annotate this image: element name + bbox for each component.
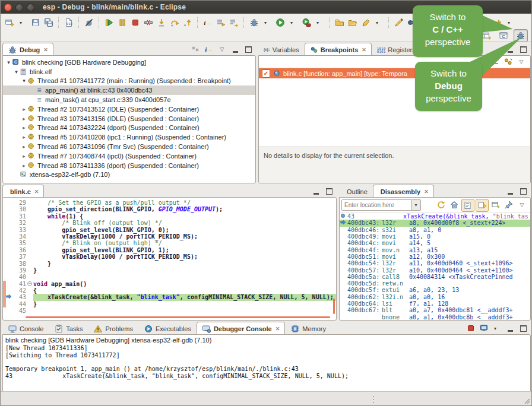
debug-icon[interactable] xyxy=(248,17,260,28)
code-line[interactable]: 40 xyxy=(3,274,336,280)
dropdown-arrow[interactable]: ▾ xyxy=(505,17,517,28)
remove-all-terminated-icon[interactable] xyxy=(190,43,202,55)
instruction-stepping-icon[interactable]: i→ xyxy=(203,43,215,55)
breakpoints-list[interactable]: ✓blink.c [function: app_main] [type: Tem… xyxy=(259,68,530,78)
debug-tree-item[interactable]: ≡app_main() at blink.c:43 0x400dbc43 xyxy=(3,85,255,95)
breakpoint-gutter[interactable] xyxy=(6,199,13,206)
expand-arrow-icon[interactable]: ▸ xyxy=(21,134,27,140)
sync-context-toggle-icon[interactable] xyxy=(476,199,489,212)
new-view-icon[interactable] xyxy=(490,199,502,211)
line-number[interactable]: 36 xyxy=(13,247,26,253)
display-console-icon[interactable] xyxy=(478,322,490,334)
line-number[interactable]: 30 xyxy=(13,206,26,212)
line-number[interactable]: 42 xyxy=(13,287,26,294)
expand-arrow-icon[interactable]: ▸ xyxy=(21,144,27,150)
line-number[interactable]: 33 xyxy=(13,227,26,233)
debug-tree-item[interactable]: ▸Thread #2 1073413512 (IDLE) (Suspended … xyxy=(3,104,255,114)
line-number[interactable]: 39 xyxy=(13,267,26,274)
instruction-pointer-icon[interactable] xyxy=(6,294,13,300)
last-edit-location-icon[interactable] xyxy=(393,17,405,28)
horizontal-scrollbar[interactable] xyxy=(26,316,330,318)
line-number[interactable]: 34 xyxy=(13,233,26,240)
maximize-button[interactable] xyxy=(27,4,34,11)
debug-tree[interactable]: ▾Cblink checking [GDB Hardware Debugging… xyxy=(3,56,255,179)
breakpoint-gutter[interactable] xyxy=(6,233,13,240)
cpp-perspective-icon[interactable]: C xyxy=(497,30,510,42)
breakpoint-gutter[interactable] xyxy=(6,281,13,287)
disassembly-row[interactable]: 400dbc5a:call80x40084314 <xTaskCreatePin… xyxy=(340,274,530,280)
show-debug-context-icon[interactable] xyxy=(215,17,227,28)
expand-arrow-icon[interactable]: ▸ xyxy=(21,163,27,169)
maximize-icon[interactable] xyxy=(323,185,335,197)
minimize-button[interactable] xyxy=(15,4,23,11)
disassembly-row[interactable]: 400dbc54:l32ra11, 0x400d0460 <_stext+109… xyxy=(340,260,530,267)
expand-arrow-icon[interactable]: ▸ xyxy=(21,106,27,112)
launch-config-icon[interactable] xyxy=(360,17,372,28)
breakpoint-gutter[interactable] xyxy=(6,220,13,226)
line-number[interactable]: 29 xyxy=(13,199,26,206)
close-icon[interactable]: ✕ xyxy=(362,47,366,53)
code-line[interactable]: 33 gpio_set_level(BLINK_GPIO, 0); xyxy=(3,227,336,233)
disassembly-row[interactable]: 400dbc4c:movia14, 5 xyxy=(340,240,530,246)
code-line[interactable]: 30 gpio_set_direction(BLINK_GPIO, GPIO_M… xyxy=(3,206,336,212)
tab-executables[interactable]: Executables xyxy=(138,322,197,335)
step-into-icon[interactable] xyxy=(156,17,167,28)
tab-outline[interactable]: Outline xyxy=(339,185,373,198)
line-number[interactable]: 35 xyxy=(13,240,26,246)
code-line[interactable]: 39} xyxy=(3,267,336,274)
tab-variables[interactable]: (x)=Variables xyxy=(258,43,305,56)
view-menu-icon[interactable]: ▽ xyxy=(515,56,527,68)
debug-tree-item[interactable]: ▸Thread #3 1073413156 (IDLE) (Suspended … xyxy=(3,114,255,123)
breakpoint-checkbox[interactable]: ✓ xyxy=(262,69,270,78)
minimize-icon[interactable] xyxy=(310,185,322,197)
debug-tree-item[interactable]: ▸Thread #6 1073431096 (Tmr Svc) (Suspend… xyxy=(3,142,255,151)
line-number[interactable]: 31 xyxy=(13,213,26,220)
location-dropdown-icon[interactable]: ▾ xyxy=(411,199,421,211)
line-number[interactable]: 44 xyxy=(13,301,26,307)
dropdown-arrow[interactable]: ▾ xyxy=(17,17,28,28)
collapse-arrow-icon[interactable]: ▾ xyxy=(21,78,27,84)
collapse-arrow-icon[interactable]: ▾ xyxy=(13,69,20,75)
breakpoint-gutter[interactable] xyxy=(6,213,13,220)
code-line[interactable]: 35 /* Blink on (output high) */ xyxy=(3,240,336,246)
breakpoint-gutter[interactable] xyxy=(6,247,13,253)
code-line[interactable]: 44} xyxy=(3,301,336,307)
external-tools-icon[interactable] xyxy=(300,17,312,28)
code-line[interactable]: 38 } xyxy=(3,261,336,267)
line-number[interactable]: 37 xyxy=(13,253,26,260)
debug-perspective-icon[interactable] xyxy=(514,29,528,42)
disassembly-row[interactable]: 400dbc5d:retw.n xyxy=(340,280,530,287)
dropdown-arrow[interactable]: ▾ xyxy=(314,17,325,28)
breakpoint-gutter[interactable] xyxy=(6,267,13,274)
fold-minus-icon[interactable]: − xyxy=(26,281,33,287)
tab-problems[interactable]: Problems xyxy=(88,322,138,335)
dropdown-arrow[interactable]: ▾ xyxy=(491,322,503,334)
disassembly-row[interactable]: 400dbc5f:extuia6, a0, 23, 13 xyxy=(340,287,530,293)
close-icon[interactable]: ✕ xyxy=(424,189,429,195)
home-icon[interactable] xyxy=(448,199,460,211)
minimize-icon[interactable] xyxy=(504,322,516,334)
debug-tree-item[interactable]: ▸Thread #8 1073411336 (dport) (Suspended… xyxy=(3,161,255,170)
debug-tree-item[interactable]: ≡main_task() at cpu_start.c:339 0x400d05… xyxy=(3,95,255,104)
trace-control-icon[interactable] xyxy=(228,17,240,28)
pin-view-icon[interactable] xyxy=(503,199,515,211)
open-element-icon[interactable] xyxy=(334,17,346,28)
debug-tree-item[interactable]: ▾Cblink checking [GDB Hardware Debugging… xyxy=(3,58,255,67)
disconnect-icon[interactable] xyxy=(142,17,154,28)
save-all-icon[interactable] xyxy=(43,17,55,28)
expand-arrow-icon[interactable]: ▸ xyxy=(21,125,27,131)
code-line[interactable]: 31 while(1) { xyxy=(3,213,336,220)
code-line[interactable]: 34 vTaskDelay(1000 / portTICK_PERIOD_MS)… xyxy=(3,233,336,240)
maximize-icon[interactable] xyxy=(242,43,254,55)
close-button[interactable] xyxy=(4,4,12,11)
tab-breakpoints[interactable]: Breakpoints✕ xyxy=(305,43,372,56)
tab-tasks[interactable]: Tasks xyxy=(49,322,88,335)
tab-console[interactable]: Console xyxy=(2,322,49,335)
code-line[interactable]: 45 xyxy=(3,307,336,314)
breakpoint-gutter[interactable] xyxy=(6,301,13,307)
debug-tree-item[interactable]: ▸Thread #4 1073432224 (dport) (Suspended… xyxy=(3,123,255,133)
dropdown-arrow[interactable]: ▾ xyxy=(287,17,299,28)
close-icon[interactable]: ✕ xyxy=(43,47,48,53)
collapse-arrow-icon[interactable]: ▾ xyxy=(5,59,12,65)
disassembly-row[interactable]: 400dbc4f:mov.na13, a15 xyxy=(340,246,530,253)
